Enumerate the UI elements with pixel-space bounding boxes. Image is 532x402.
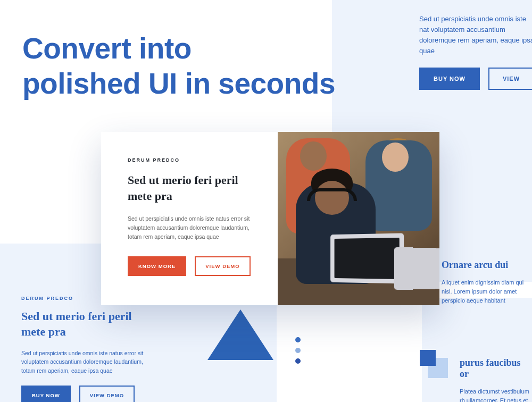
card-top-right-actions: BUY NOW VIEW: [419, 68, 532, 90]
card-bottom-left-actions: BUY NOW VIEW DEMO: [21, 386, 154, 402]
card-bottom-right-lower: purus faucibus or Platea dictumst vestib…: [460, 357, 532, 402]
triangle-icon: [207, 309, 273, 360]
card-middle-image: [278, 132, 439, 305]
card-top-right: Sed ut perspiciatis unde omnis iste nat …: [419, 14, 532, 90]
card-middle-actions: KNOW MORE VIEW DEMO: [128, 256, 262, 276]
card-bottom-right-lower-paragraph: Platea dictumst vestibulum rh ullamcorpe…: [460, 387, 532, 402]
card-bottom-left-eyebrow: DERUM PREDCO: [21, 296, 154, 301]
page-headline: Convert into polished UI in seconds: [22, 31, 335, 101]
card-bottom-right-upper: Ornare arcu dui Aliquet enim dignissim d…: [442, 259, 532, 305]
card-bottom-left-paragraph: Sed ut perspiciatis unde omnis iste natu…: [21, 349, 154, 375]
buy-now-button[interactable]: BUY NOW: [21, 386, 71, 402]
buy-now-button[interactable]: BUY NOW: [419, 68, 480, 90]
know-more-button[interactable]: KNOW MORE: [128, 256, 186, 276]
square-front-icon: [420, 350, 436, 366]
card-top-right-paragraph: Sed ut perspiciatis unde omnis iste nat …: [419, 14, 532, 57]
card-middle-eyebrow: DERUM PREDCO: [128, 157, 262, 163]
card-bottom-left-title: Sed ut merio feri peril mete pra: [21, 309, 154, 339]
card-middle-content: DERUM PREDCO Sed ut merio feri peril met…: [101, 132, 278, 305]
card-bottom-right-upper-paragraph: Aliquet enim dignissim diam qui nisl. Lo…: [442, 278, 532, 305]
view-demo-button[interactable]: VIEW DEMO: [79, 386, 135, 402]
card-middle: DERUM PREDCO Sed ut merio feri peril met…: [101, 132, 439, 305]
card-bottom-left: DERUM PREDCO Sed ut merio feri peril met…: [21, 296, 154, 402]
card-bottom-right-upper-title: Ornare arcu dui: [442, 259, 532, 271]
dots-icon: [295, 337, 301, 369]
card-middle-title: Sed ut merio feri peril mete pra: [128, 172, 262, 204]
view-demo-button[interactable]: VIEW DEMO: [195, 256, 250, 276]
card-bottom-right-lower-title: purus faucibus or: [460, 357, 532, 380]
card-middle-paragraph: Sed ut perspiciatis unde omnis iste natu…: [128, 214, 262, 241]
view-button[interactable]: VIEW: [488, 68, 532, 90]
